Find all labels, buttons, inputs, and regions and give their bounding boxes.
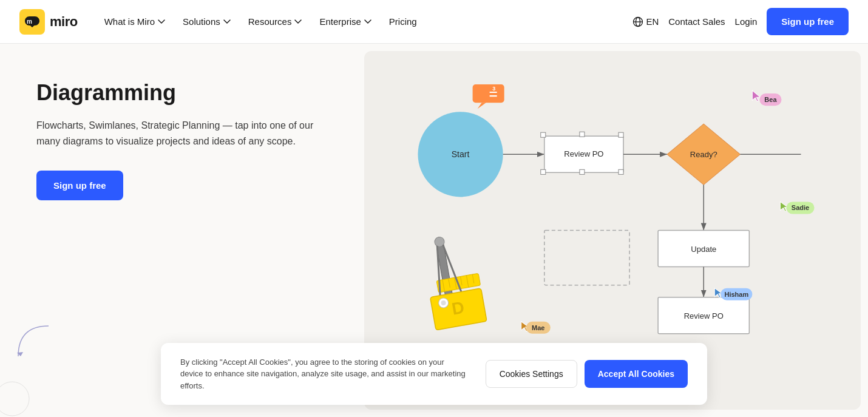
nav-resources[interactable]: Resources (241, 12, 310, 32)
svg-marker-51 (780, 202, 787, 211)
decorative-circle (0, 381, 30, 417)
language-label: EN (646, 16, 659, 27)
nav-signup-button[interactable]: Sign up free (767, 8, 849, 35)
svg-rect-21 (580, 169, 585, 174)
nav-pricing[interactable]: Pricing (382, 12, 424, 32)
login-link[interactable]: Login (735, 16, 758, 27)
svg-text:Hisham: Hisham (724, 291, 748, 298)
svg-text:Review PO: Review PO (684, 311, 724, 320)
navbar: m miro What is Miro Solutions Resources … (0, 0, 868, 44)
svg-marker-54 (714, 288, 722, 298)
logo[interactable]: m miro (19, 9, 78, 35)
svg-rect-16 (541, 132, 546, 137)
hero-cta-button[interactable]: Sign up free (36, 171, 123, 200)
svg-text:Start: Start (452, 149, 470, 159)
decorative-arrow (12, 320, 61, 368)
svg-text:Update: Update (691, 245, 716, 254)
svg-rect-19 (619, 169, 623, 174)
nav-solutions[interactable]: Solutions (175, 12, 239, 32)
nav-links: What is Miro Solutions Resources Enterpr… (97, 12, 633, 32)
svg-rect-20 (580, 132, 585, 137)
svg-text:Review PO: Review PO (564, 149, 603, 158)
svg-rect-6 (473, 84, 504, 103)
svg-marker-48 (752, 90, 760, 101)
svg-text:3: 3 (492, 86, 495, 92)
contact-sales-link[interactable]: Contact Sales (668, 16, 725, 27)
svg-text:Ready?: Ready? (690, 150, 717, 159)
svg-text:Mae: Mae (532, 324, 544, 331)
nav-right: EN Contact Sales Login Sign up free (632, 8, 849, 35)
svg-text:Bea: Bea (764, 96, 777, 103)
language-selector[interactable]: EN (632, 16, 659, 27)
page-description: Flowcharts, Swimlanes, Strategic Plannin… (36, 118, 316, 149)
chevron-down-icon (294, 18, 302, 26)
chevron-down-icon (364, 18, 372, 26)
chevron-down-icon (157, 18, 166, 26)
cookies-settings-button[interactable]: Cookies Settings (486, 360, 577, 388)
chevron-down-icon (223, 18, 231, 26)
cookie-text: By clicking "Accept All Cookies", you ag… (180, 356, 466, 392)
svg-text:Sadie: Sadie (792, 204, 809, 211)
cookie-banner: By clicking "Accept All Cookies", you ag… (161, 343, 707, 405)
globe-icon (632, 16, 643, 27)
accept-cookies-button[interactable]: Accept All Cookies (585, 360, 688, 388)
svg-text:m: m (27, 18, 32, 25)
nav-what-is-miro[interactable]: What is Miro (97, 12, 173, 32)
logo-icon: m (19, 9, 45, 35)
svg-rect-18 (541, 169, 546, 174)
svg-rect-17 (619, 132, 623, 137)
page-title: Diagramming (36, 80, 328, 106)
nav-enterprise[interactable]: Enterprise (312, 12, 379, 32)
logo-wordmark: miro (50, 14, 78, 30)
svg-point-5 (0, 382, 29, 416)
svg-rect-32 (544, 231, 629, 285)
cookie-buttons: Cookies Settings Accept All Cookies (486, 360, 688, 388)
svg-marker-7 (478, 103, 486, 109)
